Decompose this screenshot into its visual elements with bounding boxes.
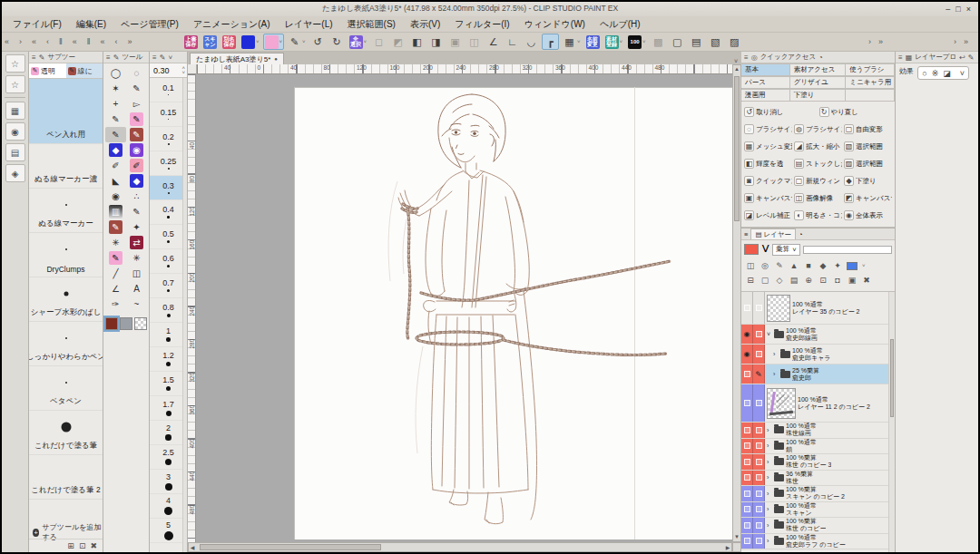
- minimize-button[interactable]: –: [946, 5, 950, 14]
- quick-tab-7[interactable]: 下塗り: [790, 89, 847, 102]
- quick-item-1-2[interactable]: ▢自由変形: [843, 121, 893, 138]
- menu-item-9[interactable]: ヘルプ(H): [593, 16, 648, 33]
- layer-row-6[interactable]: ›100 %通常鎖: [741, 439, 895, 455]
- open-file-button[interactable]: ▤: [688, 34, 705, 50]
- pencil-tool[interactable]: ✎: [105, 127, 126, 142]
- layer-row-body[interactable]: ›100 %通常愈史郎ラフ のコピー: [765, 534, 895, 549]
- layer-marker-cell-2[interactable]: [753, 292, 765, 324]
- subtool-item-2[interactable]: ぬる線マーカー: [29, 189, 103, 233]
- menu-item-3[interactable]: アニメーション(A): [186, 16, 278, 33]
- layer-marker-cell-1[interactable]: [741, 364, 753, 384]
- menu-item-2[interactable]: ページ管理(P): [113, 16, 186, 33]
- mesh-transform-button[interactable]: ◡: [523, 34, 540, 50]
- brush-size-4[interactable]: 4: [150, 494, 187, 519]
- eyedropper-pink-tool[interactable]: ✐: [126, 158, 147, 173]
- pen-maroon-tool[interactable]: ✎: [126, 127, 147, 142]
- marker-maroon-tool[interactable]: ✎: [105, 219, 126, 235]
- scroll-left-icon[interactable]: ◀: [189, 544, 196, 552]
- new-vector-layer-button[interactable]: ◇: [774, 276, 785, 285]
- object-tool[interactable]: ▻: [126, 96, 147, 112]
- transfer-to-lower-button[interactable]: ⊕: [803, 276, 814, 285]
- quick-item-6-2[interactable]: ◉全体表示: [843, 207, 893, 224]
- layer-palette-markers[interactable]: [741, 292, 765, 324]
- quick-item-4-0[interactable]: ◙クイックマス: [743, 172, 793, 190]
- layer-row-4[interactable]: 100 %通常レイヤー 11 2 のコピー 2: [741, 384, 895, 423]
- layer-marker-cell-1[interactable]: [741, 292, 753, 324]
- new-folder-button[interactable]: ▤: [789, 276, 799, 285]
- marker-pen-tool[interactable]: ✎: [126, 81, 147, 96]
- layer-tab[interactable]: ▤ レイヤー: [750, 228, 796, 239]
- panel-arrow-icon-7[interactable]: «: [100, 37, 104, 46]
- brush-size-0.8[interactable]: 0.8: [150, 298, 187, 323]
- brush-size-0.5[interactable]: 0.5: [150, 225, 187, 249]
- eye-visible-icon[interactable]: ◉: [744, 330, 750, 338]
- import-subtool-button[interactable]: ⊞: [67, 541, 74, 550]
- expand-arrow-icon[interactable]: ›: [767, 442, 772, 449]
- new-raster-layer-button[interactable]: ▢: [760, 276, 770, 285]
- quick-tab-5[interactable]: ミニキャラ用: [846, 76, 895, 89]
- vscroll-thumb[interactable]: [734, 76, 740, 221]
- dropdown-arrow-icon[interactable]: ˅: [256, 39, 260, 44]
- import-batch-button[interactable]: ▨: [726, 34, 743, 50]
- page-forward-button[interactable]: ◨: [427, 34, 445, 50]
- menu-item-4[interactable]: レイヤー(L): [278, 16, 340, 33]
- layer-row-1[interactable]: ◉˅100 %通常愈史郎線画: [741, 325, 895, 345]
- scroll-right-icon[interactable]: ▶: [724, 544, 731, 552]
- scroll-up-icon[interactable]: ▲: [733, 65, 740, 73]
- eye-visible-icon[interactable]: ◉: [744, 350, 750, 358]
- grid-button[interactable]: ▦˅: [561, 34, 583, 50]
- panel-menu-icon[interactable]: ≡: [744, 53, 749, 62]
- layer-marker-cell-2[interactable]: ✎: [753, 364, 765, 384]
- menu-item-8[interactable]: ウィンドウ(W): [517, 16, 593, 33]
- layer-row-8[interactable]: ›36 %乗算珠世: [741, 471, 895, 487]
- hscroll-thumb[interactable]: [200, 544, 381, 550]
- invert-selection-button[interactable]: ◩: [389, 34, 407, 50]
- layer-palette-markers[interactable]: [741, 502, 765, 518]
- layer-marker-cell-2[interactable]: [753, 345, 765, 364]
- quick-item-3-1[interactable]: ▤ストックした: [793, 155, 843, 172]
- panel-arrow-icon-3[interactable]: ‹: [46, 37, 49, 46]
- panel-arrow-icon-0[interactable]: «: [5, 37, 9, 46]
- menu-item-1[interactable]: 編集(E): [69, 16, 113, 33]
- panel-collapse-arrows[interactable]: «›«‹‖«‖«‹»: [5, 37, 182, 46]
- subtool-tab-0[interactable]: ✎透明: [29, 63, 66, 78]
- zoom-tool[interactable]: ◯: [105, 65, 126, 81]
- expand-arrow-icon[interactable]: ›: [767, 522, 772, 529]
- brush-size-0.6[interactable]: 0.6: [150, 249, 187, 274]
- brush-size-2[interactable]: 2: [150, 421, 187, 445]
- layer-row-2[interactable]: ◉›100 %通常愈史郎キャラ: [741, 345, 895, 364]
- pen-settings-icon[interactable]: ✎: [968, 53, 975, 62]
- layer-marker-cell-1[interactable]: [741, 439, 753, 454]
- layer-scroll-thumb[interactable]: [890, 339, 894, 417]
- layer-palette-markers[interactable]: [741, 518, 765, 533]
- free-transform-button[interactable]: ∟: [504, 34, 521, 50]
- page-layout-button[interactable]: ◫: [466, 34, 483, 50]
- layer-marker-cell-2[interactable]: [753, 518, 765, 533]
- brush-size-1.5[interactable]: 1.5: [150, 372, 187, 396]
- brush-tool[interactable]: ✎: [126, 204, 147, 219]
- subtool-item-4[interactable]: シャープ水彩のばし: [29, 277, 103, 322]
- subtool-item-0[interactable]: ペン入れ用: [29, 79, 103, 144]
- overwrite-save-button[interactable]: 上書 保存: [182, 34, 200, 50]
- decoration-tool[interactable]: ✦: [126, 219, 147, 235]
- border-effect-icon[interactable]: ○: [922, 69, 926, 78]
- layer-marker-cell-2[interactable]: [753, 439, 765, 454]
- item-bank-palette-button[interactable]: ◈: [5, 164, 25, 182]
- layer-row-body[interactable]: ›100 %通常愈史郎キャラ: [765, 345, 895, 364]
- gear-tool-2[interactable]: ✳: [126, 250, 147, 266]
- opacity-value-button[interactable]: 100˅: [626, 34, 648, 50]
- text-tool[interactable]: A: [126, 281, 147, 296]
- panel-arrow-icon-5[interactable]: «: [73, 37, 77, 46]
- menu-item-7[interactable]: フィルター(I): [447, 16, 516, 33]
- layer-row-body[interactable]: ›100 %通常スキャン: [765, 502, 895, 518]
- brush-size-1[interactable]: 1: [150, 323, 187, 347]
- transparent-pen-button[interactable]: ˅: [263, 34, 285, 50]
- create-mask-button[interactable]: ◘: [832, 276, 843, 285]
- quick-item-6-0[interactable]: ◪レベル補正: [743, 207, 793, 224]
- layer-marker-cell-1[interactable]: [741, 384, 753, 422]
- layer-row-10[interactable]: ›100 %通常スキャン: [741, 502, 895, 519]
- pen-tool[interactable]: ✎: [105, 112, 126, 127]
- chevron-down-icon[interactable]: ˅: [168, 53, 172, 62]
- quick-tab-1[interactable]: 素材アクセス: [790, 63, 847, 76]
- layer-marker-cell-2[interactable]: [753, 502, 765, 518]
